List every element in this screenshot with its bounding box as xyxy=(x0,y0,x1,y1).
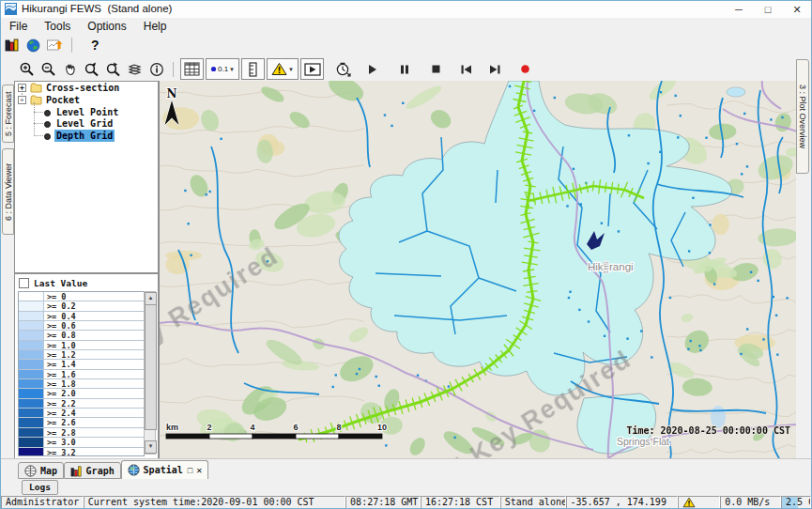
pan-button[interactable] xyxy=(59,59,81,79)
window-title: Hikurangi FEWS (Stand alone) xyxy=(22,3,172,14)
panel-tab-3-plot-overview[interactable]: 3 : Plot Overview xyxy=(796,59,809,174)
panel-tab-6-data-viewer[interactable]: 6 : Data Viewer xyxy=(2,148,14,235)
warning-triangle-icon xyxy=(682,497,696,508)
legend-classbreaks-list: >= 0>= 0.2>= 0.4>= 0.6>= 0.8>= 1.0>= 1.2… xyxy=(18,291,145,456)
menu-tools[interactable]: Tools xyxy=(36,18,79,35)
title-bar: Hikurangi FEWS (Stand alone) ─ □ ✕ xyxy=(1,1,811,19)
map-canvas[interactable]: Hikurangi Springs Flat SH1 API Key Requi… xyxy=(160,81,797,458)
legend-scrollbar[interactable]: ▲ ▼ xyxy=(144,291,156,455)
status-cell-8: 2.5 GB xyxy=(781,496,811,509)
grid-icon xyxy=(184,62,200,76)
bullet-icon xyxy=(44,121,51,128)
scrollbar-thumb[interactable] xyxy=(145,304,157,430)
tree-item-level-grid[interactable]: Level Grid xyxy=(15,117,158,130)
last-value-checkbox[interactable] xyxy=(19,278,29,288)
menu-bar: FileToolsOptionsHelp xyxy=(1,18,811,36)
scalebar-tick-label: 8 xyxy=(336,423,341,432)
legend-class-label: >= 1.6 xyxy=(44,370,144,378)
last-value-label: Last Value xyxy=(34,278,87,288)
record-button[interactable] xyxy=(514,59,536,79)
legend-color-swatch xyxy=(19,379,44,388)
map-time-label: Time: 2020-08-25 00:00:00 CST xyxy=(626,425,790,436)
threshold-dot-icon xyxy=(210,66,217,72)
globe-icon xyxy=(26,39,40,53)
map-display-button[interactable] xyxy=(23,36,44,55)
tree-connector xyxy=(34,102,35,136)
go-to-start-button[interactable] xyxy=(455,59,477,79)
legend-row: >= 1.2 xyxy=(19,350,144,360)
undock-tab-icon[interactable]: □ xyxy=(188,466,192,475)
tree-item-cross-section[interactable]: +Cross-section xyxy=(15,82,158,94)
legend-class-label: >= 2.6 xyxy=(44,418,144,426)
view-tab-graph[interactable]: Graph xyxy=(64,462,121,479)
legend-class-label: >= 1.2 xyxy=(44,350,144,359)
zoom-in-button[interactable] xyxy=(16,59,38,79)
legend-class-label: >= 1.8 xyxy=(44,379,144,388)
view-tab-map[interactable]: Map xyxy=(18,462,64,479)
legend-row: >= 1.0 xyxy=(19,341,144,350)
chevron-down-icon: ▼ xyxy=(229,67,235,72)
legend-color-swatch xyxy=(19,321,44,330)
play-button[interactable] xyxy=(361,59,383,79)
legend-row: >= 2.4 xyxy=(19,409,144,418)
classbreaks-dropdown[interactable]: 0.1 ▼ xyxy=(206,58,239,80)
view-tab-label: Graph xyxy=(86,466,115,476)
view-tab-spatial[interactable]: Spatial□✕ xyxy=(121,460,209,480)
status-text: -35.657 , 174.199 xyxy=(571,497,666,507)
scalebar-tick-label: 6 xyxy=(293,423,298,432)
ruler-icon xyxy=(248,62,259,77)
legend-panel: Last Value >= 0>= 0.2>= 0.4>= 0.6>= 0.8>… xyxy=(14,273,159,459)
legend-row: >= 3.0 xyxy=(19,438,144,447)
legend-row: >= 1.8 xyxy=(19,379,144,389)
tree-item-level-point[interactable]: Level Point xyxy=(15,106,158,118)
close-tab-icon[interactable]: ✕ xyxy=(196,465,202,475)
logs-button[interactable]: Logs xyxy=(22,480,58,495)
go-to-end-button[interactable] xyxy=(484,59,506,79)
scalebar-tick-label: 2 xyxy=(207,423,211,432)
skip-to-end-icon xyxy=(489,64,501,75)
legend-row: >= 0.4 xyxy=(19,312,144,321)
zoom-previous-button[interactable] xyxy=(81,59,102,79)
legend-color-swatch xyxy=(19,350,44,359)
scalebar-tick-label: 10 xyxy=(377,423,387,432)
maximize-button[interactable]: □ xyxy=(754,1,782,18)
legend-row: >= 2.8 xyxy=(19,428,144,438)
grid-display-button[interactable] xyxy=(180,58,204,80)
animation-settings-button[interactable] xyxy=(332,59,354,79)
layers-button[interactable] xyxy=(124,59,146,79)
panel-tab-5-forecast[interactable]: 5 : Forecast xyxy=(2,85,14,143)
menu-help[interactable]: Help xyxy=(135,18,176,35)
zoom-out-button[interactable] xyxy=(38,59,59,79)
scale-ruler-button[interactable] xyxy=(241,58,265,80)
road-label: SH1 xyxy=(603,261,609,274)
last-value-option[interactable]: Last Value xyxy=(19,277,87,289)
movie-export-button[interactable] xyxy=(300,58,324,80)
thresholds-dropdown[interactable]: ▼ xyxy=(267,58,299,80)
plus-box-icon[interactable]: + xyxy=(18,84,26,92)
map-view[interactable]: Hikurangi Springs Flat SH1 API Key Requi… xyxy=(159,81,796,458)
info-button[interactable] xyxy=(146,59,167,79)
stop-button[interactable] xyxy=(425,59,447,79)
legend-class-label: >= 0.4 xyxy=(44,312,144,320)
scroll-up-button[interactable]: ▲ xyxy=(145,292,157,305)
toolbar-separator xyxy=(71,38,72,53)
close-button[interactable]: ✕ xyxy=(783,1,811,18)
timeseries-export-button[interactable] xyxy=(44,36,66,55)
tree-label-selected: Depth Grid xyxy=(54,130,115,142)
status-cell-5: -35.657 , 174.199 xyxy=(566,496,679,509)
database-display-button[interactable] xyxy=(1,36,23,55)
menu-options[interactable]: Options xyxy=(79,18,134,35)
minimize-button[interactable]: ─ xyxy=(725,1,753,18)
pause-button[interactable] xyxy=(393,59,415,79)
legend-class-label: >= 3.0 xyxy=(44,438,144,446)
menu-file[interactable]: File xyxy=(1,18,36,35)
help-button[interactable]: ? xyxy=(91,38,100,53)
scroll-down-button[interactable]: ▼ xyxy=(145,440,157,454)
play-icon xyxy=(367,64,378,75)
legend-row: >= 2.6 xyxy=(19,418,144,427)
view-tab-label: Map xyxy=(40,466,57,476)
tree-item-pocket[interactable]: -Pocket xyxy=(15,94,158,106)
tree-item-depth-grid[interactable]: Depth Grid xyxy=(15,130,158,142)
zoom-next-button[interactable] xyxy=(102,59,124,79)
main-toolbar: ? xyxy=(1,35,811,55)
